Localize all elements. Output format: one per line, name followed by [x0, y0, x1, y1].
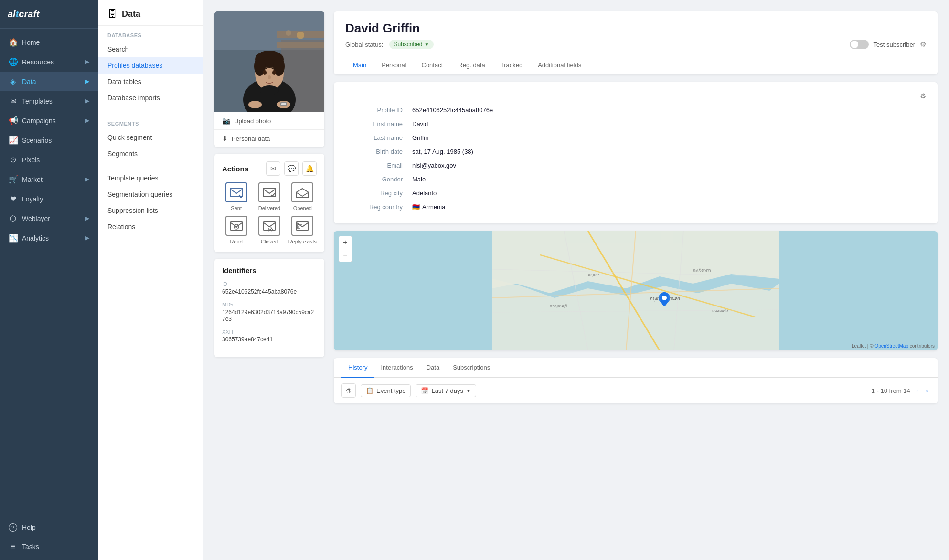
identifiers-card: Identifiers ID 652e4106252fc445aba8076e …	[214, 259, 324, 357]
event-type-select[interactable]: 📋 Event type	[361, 384, 411, 397]
sidebar-item-templates[interactable]: ✉ Templates ▶	[0, 91, 98, 111]
prev-page-button[interactable]: ‹	[914, 386, 920, 395]
zoom-out-button[interactable]: −	[339, 249, 352, 262]
database-icon: 🗄	[107, 9, 117, 20]
next-page-button[interactable]: ›	[924, 386, 930, 395]
email-action-icon[interactable]: ✉	[266, 161, 280, 176]
zoom-in-button[interactable]: +	[339, 236, 352, 249]
svg-rect-27	[263, 222, 276, 230]
sidebar-item-tasks[interactable]: ≡ Tasks	[0, 537, 98, 556]
field-email: Email nisi@yabox.gov	[345, 158, 926, 172]
databases-section-label: Databases	[98, 26, 203, 41]
sidebar-item-home[interactable]: 🏠 Home	[0, 32, 98, 52]
reg-country-label: Reg country	[345, 203, 412, 211]
nav-segmentation-queries[interactable]: Segmentation queries	[98, 186, 203, 202]
profile-data-card: ⚙ Profile ID 652e4106252fc445aba8076e Fi…	[334, 82, 938, 223]
map-svg: กรุงเทพมหานคร กาญจนบุรี อยุธยา ฉะเชิงเทร…	[334, 231, 938, 350]
settings-icon[interactable]: ⚙	[920, 40, 926, 49]
map-visual: กรุงเทพมหานคร กาญจนบุรี อยุธยา ฉะเชิงเทร…	[334, 231, 938, 350]
reg-country-value: 🇦🇲Armenia	[412, 203, 445, 211]
actions-header: Actions ✉ 💬 🔔	[222, 161, 317, 176]
email-label: Email	[345, 162, 412, 169]
nav-profiles-databases[interactable]: Profiles databases	[98, 57, 203, 74]
tab-additional-fields[interactable]: Additional fields	[530, 57, 589, 74]
sidebar-item-scenarios[interactable]: 📈 Scenarios	[0, 130, 98, 150]
upload-photo-button[interactable]: 📷 Upload photo	[214, 112, 324, 129]
personal-data-button[interactable]: ⬇ Personal data	[214, 129, 324, 147]
tab-main[interactable]: Main	[345, 57, 374, 74]
sidebar-item-help[interactable]: ? Help	[0, 518, 98, 537]
actions-icon-buttons: ✉ 💬 🔔	[266, 161, 317, 176]
nav-relations[interactable]: Relations	[98, 219, 203, 235]
segments-section-label: Segments	[98, 114, 203, 129]
sidebar-item-campaigns[interactable]: 📢 Campaigns ▶	[0, 111, 98, 130]
resources-icon: 🌐	[9, 57, 17, 66]
identifier-md5-value: 1264d129e6302d3716a9790c59ca27e3	[222, 309, 317, 322]
sidebar-item-weblayer[interactable]: ⬡ Weblayer ▶	[0, 209, 98, 228]
field-birth-date: Birth date sat, 17 Aug. 1985 (38)	[345, 145, 926, 158]
nav-segments[interactable]: Segments	[98, 146, 203, 162]
nav-data-tables[interactable]: Data tables	[98, 74, 203, 90]
left-panel: 🗄 Data Databases Search Profiles databas…	[98, 0, 203, 560]
data-icon: ◈	[9, 77, 17, 86]
reg-city-label: Reg city	[345, 190, 412, 197]
status-badge[interactable]: Subscribed ▼	[389, 40, 434, 49]
action-clicked[interactable]: Clicked	[255, 216, 283, 244]
clicked-icon	[258, 216, 280, 236]
sidebar-item-loyalty[interactable]: ❤ Loyalty	[0, 189, 98, 209]
message-action-icon[interactable]: 💬	[284, 161, 299, 176]
profile-name-row: David Griffin	[345, 21, 926, 36]
delivered-label: Delivered	[258, 205, 280, 211]
first-name-value: David	[412, 120, 428, 127]
action-read[interactable]: Read	[222, 216, 250, 244]
date-range-select[interactable]: 📅 Last 7 days ▼	[416, 384, 476, 397]
chevron-right-icon: ▶	[85, 59, 89, 65]
sidebar-item-data[interactable]: ◈ Data ▶	[0, 72, 98, 91]
identifier-xxh-value: 3065739ae847ce41	[222, 336, 317, 343]
nav-suppression-lists[interactable]: Suppression lists	[98, 202, 203, 219]
filter-button[interactable]: ⚗	[341, 383, 356, 398]
nav-template-queries[interactable]: Template queries	[98, 170, 203, 186]
sidebar-item-market[interactable]: 🛒 Market ▶	[0, 169, 98, 189]
action-reply-exists[interactable]: Reply exists	[288, 216, 317, 244]
tab-interactions[interactable]: Interactions	[374, 358, 419, 378]
camera-icon: 📷	[222, 117, 230, 125]
data-settings-icon[interactable]: ⚙	[920, 92, 926, 100]
tab-personal[interactable]: Personal	[374, 57, 414, 74]
tab-contact[interactable]: Contact	[414, 57, 451, 74]
gender-label: Gender	[345, 176, 412, 183]
action-delivered[interactable]: Delivered	[255, 182, 283, 211]
action-sent[interactable]: Sent	[222, 182, 250, 211]
campaigns-icon: 📢	[9, 116, 17, 125]
profile-photo	[214, 11, 324, 112]
tab-subscriptions[interactable]: Subscriptions	[446, 358, 497, 378]
tab-tracked[interactable]: Tracked	[493, 57, 530, 74]
delivered-icon	[258, 182, 280, 202]
tab-data[interactable]: Data	[420, 358, 446, 378]
market-icon: 🛒	[9, 175, 17, 184]
read-label: Read	[230, 239, 243, 244]
sidebar-item-analytics[interactable]: 📉 Analytics ▶	[0, 228, 98, 248]
nav-quick-segment[interactable]: Quick segment	[98, 129, 203, 146]
test-subscriber-toggle[interactable]	[850, 40, 869, 49]
identifier-id-value: 652e4106252fc445aba8076e	[222, 288, 317, 295]
bell-action-icon[interactable]: 🔔	[302, 161, 317, 176]
field-reg-country: Reg country 🇦🇲Armenia	[345, 200, 926, 214]
field-gender: Gender Male	[345, 172, 926, 186]
reply-exists-label: Reply exists	[288, 239, 317, 244]
svg-rect-21	[230, 188, 243, 197]
identifier-md5: MD5 1264d129e6302d3716a9790c59ca27e3	[222, 302, 317, 322]
sidebar-item-pixels[interactable]: ⊙ Pixels	[0, 150, 98, 169]
svg-point-17	[248, 101, 262, 108]
profile-image	[214, 11, 324, 112]
tab-reg-data[interactable]: Reg. data	[450, 57, 492, 74]
svg-rect-22	[263, 188, 276, 197]
action-opened[interactable]: Opened	[288, 182, 317, 211]
profile-right-column: David Griffin Global status: Subscribed …	[334, 11, 938, 549]
sidebar-item-resources[interactable]: 🌐 Resources ▶	[0, 52, 98, 72]
main-content: 📷 Upload photo ⬇ Personal data Actions ✉…	[203, 0, 949, 560]
nav-search[interactable]: Search	[98, 41, 203, 57]
nav-database-imports[interactable]: Database imports	[98, 90, 203, 106]
tab-history[interactable]: History	[341, 358, 374, 378]
reply-exists-icon	[291, 216, 313, 236]
